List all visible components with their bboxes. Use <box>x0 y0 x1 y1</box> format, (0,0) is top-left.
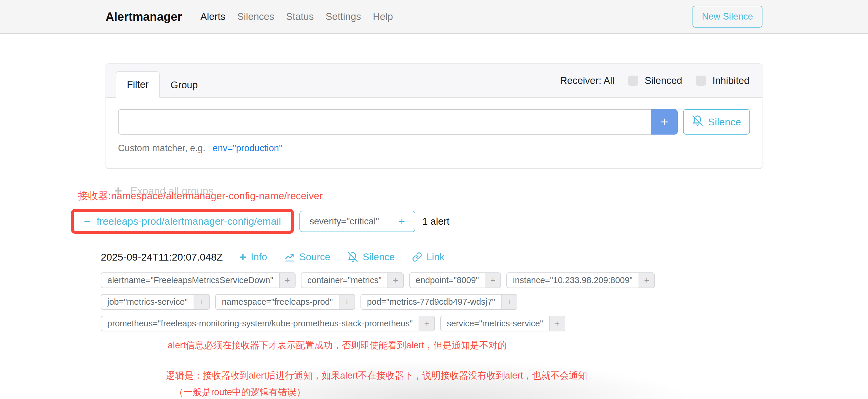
label-value: instance="10.233.98.209:8009" <box>507 273 639 287</box>
label-value: service="metrics-service" <box>441 316 549 331</box>
label-tag: prometheus="freeleaps-monitoring-system/… <box>101 316 435 331</box>
label-add-button[interactable]: + <box>339 295 354 309</box>
silence-label: Silence <box>363 251 395 263</box>
label-tag: job="metrics-service" + <box>101 294 210 310</box>
label-tag: endpoint="8009" + <box>409 272 501 288</box>
alert-group-row: − freeleaps-prod/alertmanager-config/ema… <box>71 209 763 234</box>
inhibited-checkbox[interactable] <box>696 75 706 86</box>
alert-silence-button[interactable]: Silence <box>347 251 395 263</box>
bell-slash-icon <box>347 252 358 262</box>
filter-header-controls: Receiver: All Silenced Inhibited <box>560 75 749 86</box>
label-value: prometheus="freeleaps-monitoring-system/… <box>101 316 418 331</box>
label-tag: container="metrics" + <box>301 272 404 288</box>
chart-line-icon <box>284 252 295 262</box>
label-value: job="metrics-service" <box>101 295 193 309</box>
new-silence-button[interactable]: New Silence <box>692 6 763 28</box>
nav-item-settings[interactable]: Settings <box>326 11 361 22</box>
annotation-note-3: （一般是route中的逻辑有错误） <box>174 386 763 398</box>
label-add-button[interactable]: + <box>279 273 295 287</box>
plus-icon: + <box>239 251 246 263</box>
receiver-selector[interactable]: Receiver: All <box>560 75 614 86</box>
silenced-checkbox[interactable] <box>628 75 638 86</box>
silence-button-label: Silence <box>708 116 741 128</box>
source-label: Source <box>300 251 331 263</box>
label-row-3: prometheus="freeleaps-monitoring-system/… <box>101 316 763 331</box>
silence-from-filter-button[interactable]: Silence <box>683 109 750 134</box>
silenced-label: Silenced <box>645 75 682 86</box>
alert-source-link[interactable]: Source <box>284 251 331 263</box>
alert-timestamp: 2025-09-24T11:20:07.048Z <box>101 251 223 263</box>
annotation-note-1: alert信息必须在接收器下才表示配置成功，否则即使能看到alert，但是通知是… <box>168 339 763 351</box>
add-matcher-button[interactable]: + <box>651 109 678 134</box>
label-tag: pod="metrics-77d9cdb497-wdsj7" + <box>361 294 517 310</box>
label-add-button[interactable]: + <box>639 273 654 287</box>
matcher-input-row: + Silence <box>118 109 750 134</box>
label-add-button[interactable]: + <box>193 295 209 309</box>
info-label: Info <box>251 251 267 263</box>
label-row-1: alertname="FreeleapsMetricsServiceDown" … <box>101 272 763 288</box>
main-content: Filter Group Receiver: All Silenced Inhi… <box>105 63 763 398</box>
matcher-hint: Custom matcher, e.g. env="production" <box>118 143 750 154</box>
nav-item-help[interactable]: Help <box>373 11 393 22</box>
label-value: container="metrics" <box>302 273 388 287</box>
nav-item-alerts[interactable]: Alerts <box>200 11 225 22</box>
label-value: alertname="FreeleapsMetricsServiceDown" <box>101 273 279 287</box>
label-tag: alertname="FreeleapsMetricsServiceDown" … <box>101 272 296 288</box>
inhibited-checkbox-item[interactable]: Inhibited <box>696 75 749 86</box>
filter-card: Filter Group Receiver: All Silenced Inhi… <box>105 63 763 169</box>
receiver-annotation-text: 接收器:namespace/altermanager-config-name/r… <box>78 189 763 203</box>
nav-item-silences[interactable]: Silences <box>237 11 274 22</box>
nav-links: Alerts Silences Status Settings Help <box>200 11 393 22</box>
navbar-inner: Alertmanager Alerts Silences Status Sett… <box>105 6 763 28</box>
app-brand[interactable]: Alertmanager <box>105 10 182 23</box>
label-value: endpoint="8009" <box>410 273 485 287</box>
nav-item-status[interactable]: Status <box>286 11 314 22</box>
minus-icon: − <box>84 216 90 227</box>
label-add-button[interactable]: + <box>549 316 565 331</box>
bell-slash-icon <box>692 115 703 129</box>
matcher-input[interactable] <box>118 109 651 134</box>
top-navbar: Alertmanager Alerts Silences Status Sett… <box>0 0 868 34</box>
label-tag: service="metrics-service" + <box>440 316 565 331</box>
label-row-2: job="metrics-service" + namespace="freel… <box>101 294 763 310</box>
alert-count: 1 alert <box>423 216 450 227</box>
filter-card-body: + Silence Custom matcher, e <box>106 98 762 168</box>
label-add-button[interactable]: + <box>418 316 434 331</box>
label-value: namespace="freeleaps-prod" <box>216 295 339 309</box>
group-matcher-add-button[interactable]: + <box>389 211 415 232</box>
annotation-note-2: 逻辑是：接收器收到alert后进行通知，如果alert不在接收器下，说明接收器没… <box>166 369 763 382</box>
group-receiver-button[interactable]: − freeleaps-prod/alertmanager-config/ema… <box>75 213 289 229</box>
label-tag: instance="10.233.98.209:8009" + <box>506 272 655 288</box>
link-label: Link <box>427 251 445 263</box>
tab-filter[interactable]: Filter <box>116 71 160 98</box>
label-value: pod="metrics-77d9cdb497-wdsj7" <box>361 295 501 309</box>
group-receiver-label: freeleaps-prod/alertmanager-config/email <box>97 216 281 227</box>
group-matcher-chip: severity="critical" + <box>300 211 415 232</box>
hint-example-link[interactable]: env="production" <box>213 143 282 153</box>
alert-header-row: 2025-09-24T11:20:07.048Z + Info Source <box>101 251 763 263</box>
silenced-checkbox-item[interactable]: Silenced <box>628 75 682 86</box>
annotation-red-box: − freeleaps-prod/alertmanager-config/ema… <box>71 209 294 234</box>
alert-detail: 2025-09-24T11:20:07.048Z + Info Source <box>101 251 763 398</box>
link-icon <box>412 252 422 262</box>
inhibited-label: Inhibited <box>712 75 749 86</box>
tab-group[interactable]: Group <box>160 72 208 98</box>
label-add-button[interactable]: + <box>501 295 517 309</box>
hint-text: Custom matcher, e.g. <box>118 143 206 153</box>
label-add-button[interactable]: + <box>388 273 403 287</box>
alert-link-button[interactable]: Link <box>412 251 445 263</box>
alert-info-button[interactable]: + Info <box>239 251 267 263</box>
group-matcher-label: severity="critical" <box>300 211 389 232</box>
filter-card-header: Filter Group Receiver: All Silenced Inhi… <box>106 64 762 98</box>
label-add-button[interactable]: + <box>485 273 500 287</box>
label-tag: namespace="freeleaps-prod" + <box>215 294 355 310</box>
